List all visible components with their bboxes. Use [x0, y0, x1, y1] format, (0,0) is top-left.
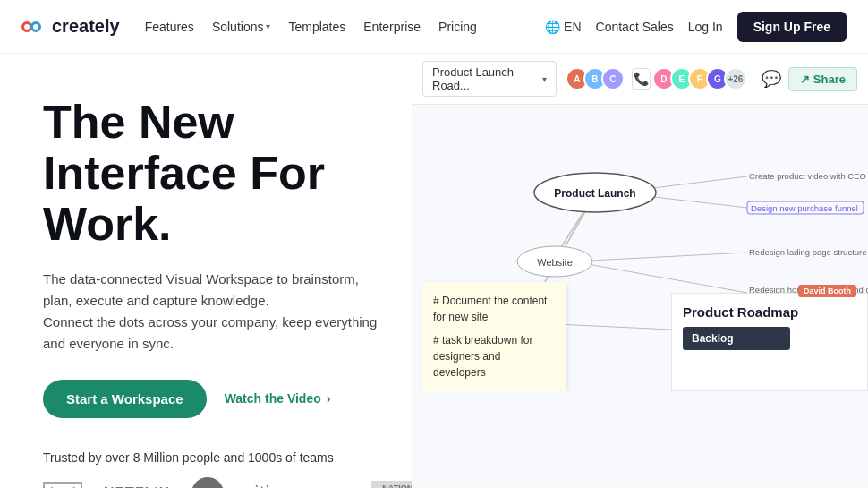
svg-text:Create product video with CEO: Create product video with CEO [749, 171, 866, 181]
sticky-note: # Document the content for new site # ta… [422, 282, 566, 391]
backlog-bar: Backlog [683, 327, 790, 350]
avatar-overflow-count: +26 [724, 67, 747, 90]
svg-text:Website: Website [537, 257, 573, 268]
svg-text:Product Launch: Product Launch [554, 187, 635, 200]
cta-row: Start a Workspace Watch the Video › [43, 380, 383, 418]
roadmap-title: Product Roadmap [683, 304, 856, 320]
canvas-body: Product Launch Website Marketing Create … [412, 105, 868, 391]
avatar-group-2: D E F G +26 [658, 67, 747, 90]
nasa-logo: NASA [191, 481, 224, 488]
nav-links: Features Solutions ▾ Templates Enterpris… [145, 20, 477, 34]
login-link[interactable]: Log In [688, 20, 723, 34]
nav-right: 🌐 EN Contact Sales Log In Sign Up Free [545, 12, 847, 42]
nav-left: creately Features Solutions ▾ Templates … [21, 16, 477, 37]
share-button[interactable]: ↗ Share [788, 67, 857, 91]
watch-video-link[interactable]: Watch the Video › [225, 391, 331, 406]
canvas-header: Product Launch Road... ▾ A B C 📞 D E F G… [412, 54, 868, 105]
hero-title: The New Interface For Work. [43, 97, 383, 251]
navbar: creately Features Solutions ▾ Templates … [0, 0, 868, 54]
svg-line-5 [573, 261, 747, 293]
roadmap-panel: David Booth Product Roadmap Backlog [671, 293, 868, 391]
hero-subtitle: The data-connected Visual Workspace to b… [43, 269, 383, 355]
logo-circle-right [30, 21, 41, 32]
canvas-title-box[interactable]: Product Launch Road... ▾ [422, 61, 557, 97]
globe-icon: 🌐 [545, 20, 560, 34]
share-icon: ↗ [800, 73, 810, 86]
svg-line-4 [573, 253, 747, 261]
intel-logo: intel [43, 481, 82, 488]
logo[interactable]: creately [21, 16, 120, 37]
avatar-group-1: A B C [571, 67, 625, 90]
nav-pricing[interactable]: Pricing [438, 20, 477, 34]
avatar-3: C [601, 67, 625, 90]
contact-sales-link[interactable]: Contact Sales [596, 20, 674, 34]
roadmap-badge: David Booth [798, 285, 856, 297]
canvas-dropdown-arrow: ▾ [542, 74, 547, 84]
brand-logos: intel NETFLIX NASA citi facebook NATIONA… [43, 481, 383, 488]
svg-text:Design new purchase funnel: Design new purchase funnel [751, 203, 858, 213]
citi-logo: citi [245, 481, 270, 488]
comment-icon[interactable]: 💬 [762, 69, 781, 89]
start-workspace-button[interactable]: Start a Workspace [43, 380, 207, 418]
logo-text: creately [52, 16, 120, 37]
nav-templates[interactable]: Templates [288, 20, 345, 34]
hero-section: The New Interface For Work. The data-con… [0, 54, 412, 488]
nav-features[interactable]: Features [145, 20, 194, 34]
nav-solutions[interactable]: Solutions ▾ [212, 20, 271, 34]
svg-text:Redesign lading page structure: Redesign lading page structure [749, 247, 867, 257]
canvas-title: Product Launch Road... [432, 65, 537, 92]
sticky-line2: # task breakdown for designers and devel… [433, 332, 555, 381]
nav-enterprise[interactable]: Enterprise [363, 20, 421, 34]
language-selector[interactable]: 🌐 EN [545, 20, 581, 34]
logo-icon [21, 19, 47, 35]
trusted-text: Trusted by over 8 Million people and 100… [43, 450, 383, 465]
netflix-logo: NETFLIX [104, 481, 170, 488]
facebook-logo: facebook [292, 481, 350, 488]
main-content: The New Interface For Work. The data-con… [0, 54, 868, 488]
signup-button[interactable]: Sign Up Free [737, 12, 847, 42]
solutions-chevron: ▾ [266, 21, 270, 31]
phone-icon[interactable]: 📞 [632, 68, 651, 90]
canvas-panel: Product Launch Road... ▾ A B C 📞 D E F G… [412, 54, 868, 488]
sticky-line1: # Document the content for new site [433, 293, 555, 325]
arrow-icon: › [327, 391, 331, 406]
